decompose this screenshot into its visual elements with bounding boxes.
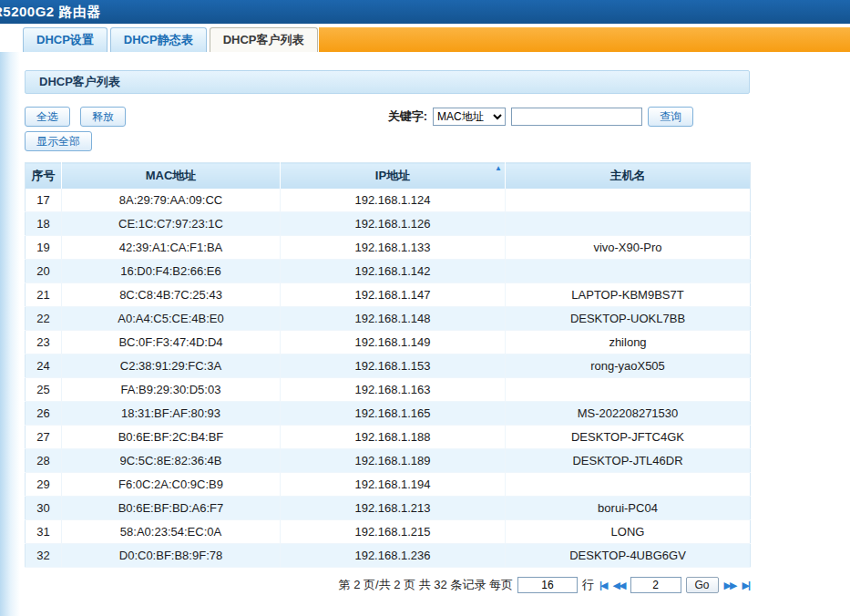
ip-cell: 192.168.1.165 [281,402,506,426]
index-cell: 22 [26,307,62,331]
ip-cell: 192.168.1.147 [281,283,506,307]
mac-cell: 8A:29:79:AA:09:CC [62,189,281,212]
table-body: 178A:29:79:AA:09:CC192.168.1.12418CE:1C:… [26,189,751,568]
mac-cell: F6:0C:2A:C0:9C:B9 [62,473,281,497]
query-button[interactable]: 查询 [648,107,693,127]
table-row[interactable]: 29F6:0C:2A:C0:9C:B9192.168.1.194 [26,473,751,497]
mac-cell: 8C:C8:4B:7C:25:43 [62,283,281,307]
titlebar: R5200G2 路由器 [0,0,850,24]
table-row[interactable]: 289C:5C:8E:82:36:4B192.168.1.189DESKTOP-… [26,449,751,473]
hostname-cell [506,212,751,236]
index-cell: 18 [26,212,62,236]
ip-cell: 192.168.1.163 [281,378,506,402]
tab-dhcp-settings[interactable]: DHCP设置 [23,27,108,52]
column-header-ip[interactable]: IP地址 ▲ [281,163,506,189]
go-button[interactable]: Go [686,577,719,593]
mac-cell: C2:38:91:29:FC:3A [62,354,281,378]
toolbar: 全选 释放 关键字: MAC地址 查询 [25,107,750,127]
column-header-mac[interactable]: MAC地址 [62,163,281,189]
index-cell: 23 [26,331,62,354]
hostname-cell [506,260,751,283]
next-page-icon[interactable]: ▶▶ [723,580,737,591]
hostname-cell: rong-yaoX505 [506,354,751,378]
table-row[interactable]: 2618:31:BF:AF:80:93192.168.1.165MS-20220… [26,402,751,426]
table-row[interactable]: 22A0:A4:C5:CE:4B:E0192.168.1.148DESKTOP-… [26,307,751,331]
hostname-cell [506,189,751,212]
hostname-cell [506,378,751,402]
first-page-icon[interactable]: |◀ [599,580,608,591]
ip-cell: 192.168.1.133 [281,236,506,260]
hostname-cell: zhilong [506,331,751,354]
ip-cell: 192.168.1.215 [281,520,506,544]
column-header-hostname[interactable]: 主机名 [506,163,751,189]
page-background [0,0,20,616]
index-cell: 27 [26,426,62,449]
main-content: DHCP客户列表 全选 释放 关键字: MAC地址 查询 显示全部 序号 MAC… [25,52,750,593]
mac-cell: 18:31:BF:AF:80:93 [62,402,281,426]
page-size-input[interactable] [517,577,578,593]
hostname-cell: LAPTOP-KBM9BS7T [506,283,751,307]
table-row[interactable]: 2016:D0:F4:B2:66:E6192.168.1.142 [26,260,751,283]
tab-bar: DHCP设置 DHCP静态表 DHCP客户列表 [0,24,850,52]
hostname-cell: vivo-X90-Pro [506,236,751,260]
index-cell: 17 [26,189,62,212]
ip-cell: 192.168.1.153 [281,354,506,378]
table-row[interactable]: 25FA:B9:29:30:D5:03192.168.1.163 [26,378,751,402]
index-cell: 21 [26,283,62,307]
table-row[interactable]: 18CE:1C:C7:97:23:1C192.168.1.126 [26,212,751,236]
index-cell: 24 [26,354,62,378]
ip-cell: 192.168.1.124 [281,189,506,212]
keyword-input[interactable] [511,108,642,126]
pagination-rows-label: 行 [582,577,594,593]
ip-cell: 192.168.1.148 [281,307,506,331]
table-row[interactable]: 178A:29:79:AA:09:CC192.168.1.124 [26,189,751,212]
index-cell: 25 [26,378,62,402]
mac-cell: CE:1C:C7:97:23:1C [62,212,281,236]
index-cell: 28 [26,449,62,473]
column-header-index[interactable]: 序号 [26,163,62,189]
show-all-button[interactable]: 显示全部 [25,131,92,151]
ip-cell: 192.168.1.142 [281,260,506,283]
tab-dhcp-client-list[interactable]: DHCP客户列表 [210,27,318,52]
index-cell: 20 [26,260,62,283]
hostname-cell [506,473,751,497]
ip-cell: 192.168.1.126 [281,212,506,236]
tab-dhcp-static-table[interactable]: DHCP静态表 [110,27,207,52]
mac-cell: 58:A0:23:54:EC:0A [62,520,281,544]
page-title: R5200G2 路由器 [0,4,101,19]
index-cell: 29 [26,473,62,497]
index-cell: 31 [26,520,62,544]
search-group: 关键字: MAC地址 查询 [388,107,693,127]
mac-cell: FA:B9:29:30:D5:03 [62,378,281,402]
table-row[interactable]: 30B0:6E:BF:BD:A6:F7192.168.1.213borui-PC… [26,497,751,520]
keyword-type-select[interactable]: MAC地址 [433,108,506,126]
page-number-input[interactable] [630,577,681,593]
last-page-icon[interactable]: ▶| [741,580,750,591]
mac-cell: BC:0F:F3:47:4D:D4 [62,331,281,354]
prev-page-icon[interactable]: ◀◀ [612,580,626,591]
table-row[interactable]: 218C:C8:4B:7C:25:43192.168.1.147LAPTOP-K… [26,283,751,307]
panel-title: DHCP客户列表 [25,70,750,94]
hostname-cell: DESKTOP-4UBG6GV [506,544,751,568]
table-row[interactable]: 3158:A0:23:54:EC:0A192.168.1.215LONG [26,520,751,544]
ip-cell: 192.168.1.189 [281,449,506,473]
table-row[interactable]: 1942:39:A1:CA:F1:BA192.168.1.133vivo-X90… [26,236,751,260]
ip-cell: 192.168.1.149 [281,331,506,354]
ip-cell: 192.168.1.188 [281,426,506,449]
sort-asc-icon: ▲ [495,164,502,173]
index-cell: 30 [26,497,62,520]
table-row[interactable]: 32D0:C0:BF:B8:9F:78192.168.1.236DESKTOP-… [26,544,751,568]
table-row[interactable]: 23BC:0F:F3:47:4D:D4192.168.1.149zhilong [26,331,751,354]
mac-cell: 42:39:A1:CA:F1:BA [62,236,281,260]
index-cell: 32 [26,544,62,568]
select-all-button[interactable]: 全选 [25,107,70,127]
table-header-row: 序号 MAC地址 IP地址 ▲ 主机名 [26,163,751,189]
panel-title-label: DHCP客户列表 [39,75,120,88]
release-button[interactable]: 释放 [80,107,126,127]
hostname-cell: borui-PC04 [506,497,751,520]
pagination-bar: 第 2 页/共 2 页 共 32 条记录 每页 行 |◀ ◀◀ Go ▶▶ ▶| [25,577,750,593]
table-row[interactable]: 24C2:38:91:29:FC:3A192.168.1.153rong-yao… [26,354,751,378]
table-row[interactable]: 27B0:6E:BF:2C:B4:BF192.168.1.188DESKTOP-… [26,426,751,449]
tabbar-accent-strip [319,27,850,52]
ip-cell: 192.168.1.236 [281,544,506,568]
